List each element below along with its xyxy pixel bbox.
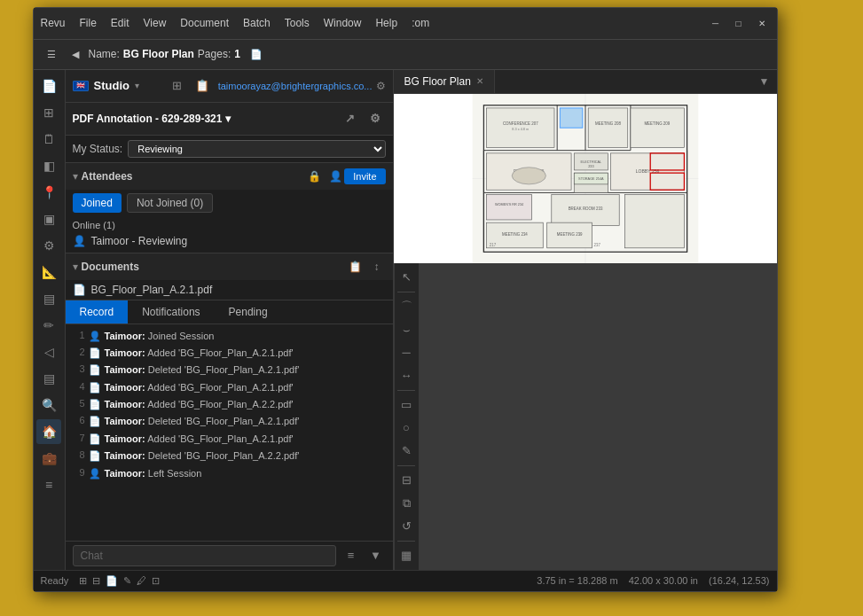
grid-sb-icon[interactable]: ⊞ xyxy=(79,575,87,587)
rect-tool-icon[interactable]: ▭ xyxy=(396,394,417,416)
arc-tool-icon[interactable]: ⌣ xyxy=(396,319,417,340)
record-text-9: Taimoor: Left Session xyxy=(105,467,202,480)
sidebar-icon-edit[interactable]: ✏ xyxy=(36,313,61,338)
session-title[interactable]: PDF Annotation - 629-289-321 ▾ ↗ ⚙ xyxy=(73,108,386,129)
bg-floor-plan-tab[interactable]: BG Floor Plan ✕ xyxy=(394,70,495,93)
attendees-chevron[interactable]: ▾ xyxy=(73,170,78,183)
sidebar-icon-list[interactable]: ≡ xyxy=(36,472,61,497)
title-bar: Revu File Edit View Document Batch Tools… xyxy=(34,8,777,40)
sidebar-icon-ruler[interactable]: ▤ xyxy=(36,286,61,311)
svg-text:MEETING 209: MEETING 209 xyxy=(644,121,670,126)
person-icon-1: 👤 xyxy=(89,331,101,342)
sidebar-icon-layers[interactable]: ◧ xyxy=(36,153,61,178)
online-label: Online (1) xyxy=(73,220,386,230)
list-icon[interactable]: ≡ xyxy=(341,546,361,565)
document-filename[interactable]: BG_Floor_Plan_A.2.1.pdf xyxy=(91,284,213,296)
close-button[interactable]: ✕ xyxy=(754,15,770,31)
sidebar-icon-search[interactable]: 🔍 xyxy=(36,393,61,417)
attendee-name: Taimoor - Reviewing xyxy=(91,235,188,247)
document-viewer: BG Floor Plan ✕ ▼ xyxy=(394,70,777,570)
sidebar-icon-library[interactable]: ▤ xyxy=(36,366,61,391)
svg-text:217: 217 xyxy=(489,242,496,246)
not-joined-tab[interactable]: Not Joined (0) xyxy=(127,193,213,213)
curve-tool-icon[interactable]: ⌒ xyxy=(396,296,417,317)
highlight-sb-icon[interactable]: 🖊 xyxy=(137,575,146,586)
toolbar-menu-btn[interactable]: ☰ xyxy=(41,46,62,63)
compare-icon[interactable]: ⧉ xyxy=(396,493,417,514)
session-view-icon[interactable]: 📋 xyxy=(192,75,213,97)
pdf-icon: 📄 xyxy=(73,284,86,296)
maximize-button[interactable]: □ xyxy=(731,15,747,31)
attendees-tabs: Joined Not Joined (0) xyxy=(66,190,393,216)
toolbar-back-btn[interactable]: ◀ xyxy=(66,46,85,63)
count-icon[interactable]: ▦ xyxy=(396,545,417,566)
documents-label[interactable]: Documents xyxy=(82,261,347,273)
joined-tab[interactable]: Joined xyxy=(73,193,122,213)
circle-tool-icon[interactable]: ○ xyxy=(396,417,417,439)
sidebar-icon-pin[interactable]: 📍 xyxy=(36,180,61,205)
sketch-tool-icon[interactable]: ✎ xyxy=(396,441,417,462)
line-tool-icon[interactable]: ─ xyxy=(396,342,417,363)
sidebar-icon-markup[interactable]: ◁ xyxy=(36,339,61,364)
record-num-6: 6 xyxy=(73,415,85,425)
toolbar: ☰ ◀ Name: BG Floor Plan Pages: 1 📄 xyxy=(34,40,777,70)
record-num-5: 5 xyxy=(73,398,85,409)
menu-window[interactable]: Window xyxy=(324,17,362,29)
filter-icon[interactable]: ⚙ xyxy=(365,108,386,129)
invite-button[interactable]: Invite xyxy=(344,168,385,184)
filter-chat-icon[interactable]: ▼ xyxy=(366,546,386,565)
layers-icon[interactable]: ⊟ xyxy=(396,470,417,491)
sidebar-icon-measure[interactable]: 📐 xyxy=(36,260,61,285)
options-icon: 📄 xyxy=(250,49,263,60)
menu-file[interactable]: File xyxy=(80,17,97,29)
studio-label[interactable]: Studio xyxy=(94,79,129,92)
studio-header: 🇬🇧 Studio ▾ ⊞ 📋 taimoorayaz@brightergrap… xyxy=(66,70,393,103)
lock-icon[interactable]: 🔒 xyxy=(305,168,323,185)
grid-view-icon[interactable]: ⊞ xyxy=(167,75,188,97)
sidebar-icon-briefcase[interactable]: 💼 xyxy=(36,446,61,471)
sort-icon[interactable]: ↕ xyxy=(368,258,386,276)
pen-sb-icon[interactable]: ✎ xyxy=(123,575,131,587)
sidebar-icon-grid[interactable]: ⊞ xyxy=(36,100,61,125)
menu-edit[interactable]: Edit xyxy=(111,17,129,29)
sidebar-icon-file[interactable]: 📄 xyxy=(36,74,61,98)
share-icon[interactable]: ↗ xyxy=(340,108,361,129)
sidebar-icon-pages[interactable]: 🗒 xyxy=(36,127,61,152)
document-canvas[interactable]: CONFERENCE 207 8.3 x 4.8 m MEETING 208 M… xyxy=(394,94,777,263)
doc-sb-icon[interactable]: 📄 xyxy=(106,575,118,587)
minimize-button[interactable]: ─ xyxy=(708,15,724,31)
record-num-8: 8 xyxy=(73,449,85,460)
pages-label: Pages: xyxy=(198,48,231,60)
sync-icon[interactable]: ↺ xyxy=(396,516,417,537)
layout-sb-icon[interactable]: ⊟ xyxy=(92,575,100,587)
record-tab[interactable]: Record xyxy=(66,300,129,324)
add-doc-icon[interactable]: 📋 xyxy=(347,258,365,276)
menu-view[interactable]: View xyxy=(144,17,167,29)
doc-tab-close-icon[interactable]: ✕ xyxy=(476,76,483,86)
menu-tools[interactable]: Tools xyxy=(285,17,310,29)
menu-help[interactable]: Help xyxy=(375,17,397,29)
pending-tab[interactable]: Pending xyxy=(215,300,282,324)
menu-document[interactable]: Document xyxy=(180,17,229,29)
arrow-tool-icon[interactable]: ↖ xyxy=(396,267,417,288)
status-select[interactable]: Reviewing Approved In Progress xyxy=(128,140,385,158)
sidebar-icon-settings[interactable]: ⚙ xyxy=(36,233,61,258)
add-user-icon[interactable]: 👤 xyxy=(326,168,344,185)
stamp-sb-icon[interactable]: ⊡ xyxy=(152,575,160,587)
settings-icon[interactable]: ⚙ xyxy=(376,80,386,92)
measure-tool-icon[interactable]: ↔ xyxy=(396,365,417,386)
svg-text:8.3 x 4.8 m: 8.3 x 4.8 m xyxy=(512,128,529,131)
chat-input[interactable] xyxy=(73,545,336,566)
record-text-2: Taimoor: Added 'BG_Floor_Plan_A.2.1.pdf' xyxy=(105,347,294,360)
sidebar-icon-studio[interactable]: 🏠 xyxy=(36,419,61,444)
file-options-btn[interactable]: 📄 xyxy=(244,46,269,63)
menu-extra[interactable]: :om xyxy=(412,17,429,29)
menu-batch[interactable]: Batch xyxy=(243,17,271,29)
doc-tabs-bar: BG Floor Plan ✕ ▼ xyxy=(394,70,777,94)
sidebar-icon-compare[interactable]: ▣ xyxy=(36,207,61,231)
studio-dropdown-icon[interactable]: ▾ xyxy=(135,81,139,90)
documents-chevron[interactable]: ▾ xyxy=(73,261,78,273)
doc-tab-more-icon[interactable]: ▼ xyxy=(752,70,777,93)
notifications-tab[interactable]: Notifications xyxy=(128,300,214,324)
menu-revu[interactable]: Revu xyxy=(41,17,66,29)
